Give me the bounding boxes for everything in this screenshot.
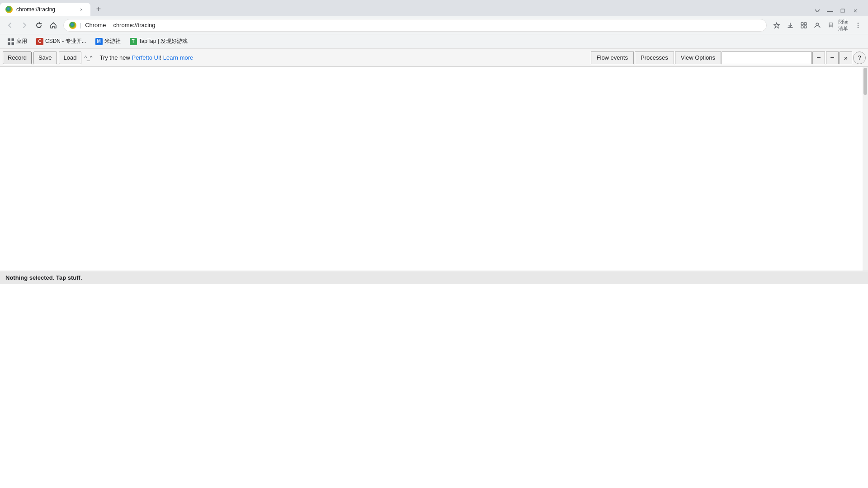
tab-title: chrome://tracing (16, 6, 74, 13)
tab-close-button[interactable]: × (78, 6, 85, 13)
reload-button[interactable] (33, 19, 45, 32)
bottom-empty-area (0, 284, 868, 488)
zoom-minus2-button[interactable]: − (826, 52, 839, 64)
taptap-icon: T (130, 38, 137, 45)
vertical-scrollbar[interactable] (863, 67, 868, 271)
address-url: chrome://tracing (113, 22, 155, 28)
extensions-button[interactable] (797, 19, 810, 32)
apps-icon (7, 38, 14, 45)
svg-point-6 (858, 24, 859, 25)
zoom-minus-button[interactable]: − (812, 52, 825, 64)
address-favicon (69, 22, 76, 29)
close-button[interactable]: × (850, 5, 861, 16)
tab-dropdown-button[interactable] (812, 5, 823, 16)
reading-list-button[interactable]: 阅读清单 (838, 19, 851, 32)
caret-label: ^_^ (84, 55, 92, 61)
back-button[interactable] (4, 19, 16, 32)
address-bar[interactable]: | Chrome chrome://tracing (63, 19, 767, 32)
minimize-button[interactable]: — (825, 5, 835, 16)
download-button[interactable] (784, 19, 797, 32)
nav-arrow-button[interactable]: » (840, 52, 852, 64)
toolbar-message: Try the new Perfetto UI! Learn more (99, 54, 193, 61)
reader-mode-button[interactable]: 目 (825, 19, 837, 32)
star-button[interactable] (770, 19, 783, 32)
trace-area[interactable] (0, 67, 868, 271)
forward-button[interactable] (18, 19, 31, 32)
tab-bar: chrome://tracing × + — ❐ × (0, 0, 868, 16)
svg-rect-3 (804, 26, 807, 28)
view-options-button[interactable]: View Options (675, 52, 721, 64)
svg-point-4 (816, 23, 819, 26)
csdn-icon: C (36, 38, 43, 45)
address-text: Chrome (85, 22, 106, 28)
restore-button[interactable]: ❐ (837, 5, 848, 16)
save-button[interactable]: Save (33, 52, 57, 64)
apps-label: 应用 (16, 38, 27, 45)
svg-rect-1 (804, 23, 807, 25)
svg-point-7 (858, 27, 859, 28)
record-button[interactable]: Record (3, 52, 32, 64)
message-prefix: Try the new (99, 54, 132, 61)
svg-rect-8 (8, 38, 10, 41)
tab-favicon (5, 6, 13, 13)
scrollbar-thumb[interactable] (863, 68, 867, 95)
svg-point-5 (858, 23, 859, 23)
bookmark-apps[interactable]: 应用 (4, 36, 31, 47)
menu-button[interactable] (852, 19, 864, 32)
miyoushe-label: 米游社 (104, 38, 121, 45)
trace-canvas (0, 67, 868, 270)
miyoushe-icon: M (95, 38, 103, 45)
svg-rect-0 (801, 23, 803, 25)
perfetto-link[interactable]: Perfetto UI (132, 54, 160, 61)
svg-rect-2 (801, 26, 803, 28)
active-tab[interactable]: chrome://tracing × (0, 3, 90, 16)
bookmark-miyoushe[interactable]: M 米游社 (92, 36, 124, 47)
status-text: Nothing selected. Tap stuff. (5, 274, 82, 281)
profile-button[interactable] (811, 19, 824, 32)
tracing-toolbar: Record Save Load ^_^ Try the new Perfett… (0, 49, 868, 67)
address-separator: | (80, 22, 81, 28)
search-input[interactable] (722, 52, 812, 64)
new-tab-button[interactable]: + (92, 3, 105, 15)
taptap-label: TapTap | 发现好游戏 (139, 38, 188, 45)
nav-right-buttons: 目 阅读清单 (770, 19, 864, 32)
window-controls: — ❐ × (105, 5, 864, 16)
bookmarks-bar: 应用 C CSDN - 专业开... M 米游社 T TapTap | 发现好游… (0, 34, 868, 49)
nav-bar: | Chrome chrome://tracing (0, 16, 868, 34)
processes-button[interactable]: Processes (635, 52, 674, 64)
home-button[interactable] (47, 19, 60, 32)
learn-more-link[interactable]: Learn more (163, 54, 193, 61)
help-button[interactable]: ? (853, 52, 866, 64)
flow-events-button[interactable]: Flow events (591, 52, 634, 64)
svg-rect-9 (12, 38, 14, 41)
svg-rect-10 (8, 42, 10, 45)
toolbar-right: Flow events Processes View Options − − »… (590, 52, 866, 64)
load-button[interactable]: Load (59, 52, 82, 64)
csdn-label: CSDN - 专业开... (45, 38, 86, 45)
tab-bar-left: chrome://tracing × + (0, 0, 105, 16)
svg-rect-11 (12, 42, 14, 45)
bookmark-csdn[interactable]: C CSDN - 专业开... (33, 36, 90, 47)
bookmark-taptap[interactable]: T TapTap | 发现好游戏 (126, 36, 191, 47)
browser-window: chrome://tracing × + — ❐ × (0, 0, 868, 488)
message-suffix: ! (160, 54, 163, 61)
status-bar: Nothing selected. Tap stuff. (0, 271, 868, 284)
